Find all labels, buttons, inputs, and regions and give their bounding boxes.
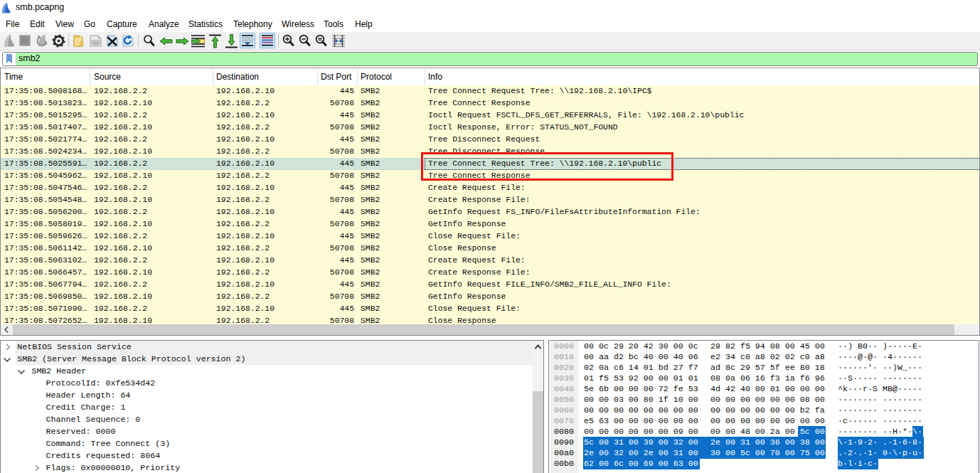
- svg-text:010: 010: [92, 41, 99, 45]
